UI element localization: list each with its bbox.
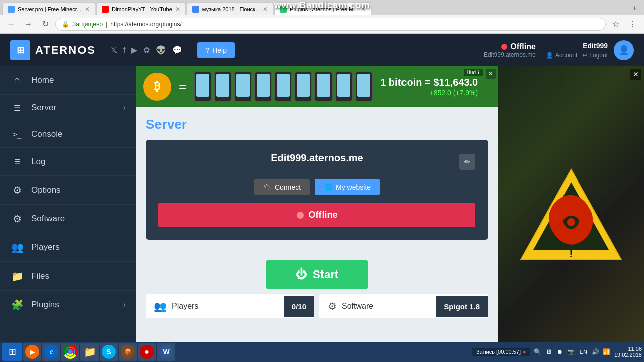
connect-button[interactable]: 🔌 Connect <box>254 179 310 195</box>
logo-area: ⊞ ATERNOS <box>10 40 96 60</box>
youtube-icon[interactable]: ▶ <box>131 45 137 55</box>
ad-close-button[interactable]: ✕ <box>486 69 496 79</box>
start-button[interactable]: ⏻ Start <box>266 260 368 289</box>
edit-server-button[interactable]: ✏ <box>459 154 475 170</box>
address-bar[interactable]: 🔒 Защищено | https://aternos.org/plugins… <box>55 18 606 31</box>
forward-button[interactable]: → <box>21 17 35 31</box>
sidebar-item-software[interactable]: ⚙ Software <box>0 205 136 233</box>
account-link[interactable]: 👤 Account <box>546 52 577 59</box>
back-button[interactable]: ← <box>4 17 18 31</box>
monitor-tray-icon[interactable]: 🖥 <box>544 348 553 355</box>
reddit-icon[interactable]: 👽 <box>156 45 166 55</box>
logout-link[interactable]: ↩ Logout <box>582 52 608 59</box>
twitter-icon[interactable]: 𝕏 <box>111 45 117 55</box>
taskbar-right: Запись [00:00:57] ● 🔍 🖥 ⏺ 📷 EN 🔊 📶 11:08… <box>472 346 642 358</box>
taskbar-app-media[interactable]: ▶ <box>23 343 41 361</box>
tab-icon-1 <box>8 6 15 13</box>
chat-icon[interactable]: 💬 <box>172 45 182 55</box>
phone-icon-2 <box>214 71 232 102</box>
radiation-background: ! <box>498 66 644 362</box>
phones-row <box>194 71 373 102</box>
record-tray-icon[interactable]: ⏺ <box>555 348 565 355</box>
menu-button[interactable]: ⋮ <box>626 17 640 31</box>
phone-icon-1 <box>194 71 212 102</box>
browser-tab-2[interactable]: DimonPlayYT - YouTube ✕ <box>96 2 186 15</box>
sidebar-label-files: Files <box>31 271 126 281</box>
tab-close-4[interactable]: ✕ <box>361 6 366 13</box>
volume-tray-icon[interactable]: 🔊 <box>591 348 600 355</box>
social-icons: 𝕏 f ▶ ✿ 👽 💬 <box>111 45 182 55</box>
browser-tab-3[interactable]: музыка 2018 - Поиск... ✕ <box>187 2 273 15</box>
start-btn-container: ⏻ Start <box>146 250 488 294</box>
plugins-arrow-icon: › <box>123 300 126 309</box>
sidebar-item-home[interactable]: ⌂ Home <box>0 66 136 95</box>
software-icon: ⚙ <box>10 213 24 225</box>
players-stat-card[interactable]: 👥 Players 0/10 <box>146 294 314 318</box>
hud-label: Hud <box>467 70 476 75</box>
taskbar-app-word[interactable]: W <box>157 343 175 361</box>
right-ad-close-button[interactable]: ✕ <box>630 69 641 80</box>
logo-icon: ⊞ <box>10 40 30 60</box>
website-button[interactable]: 🌐 My website <box>315 179 380 195</box>
clock-date: 19.02.2018 <box>614 352 642 358</box>
software-stat-label: Software <box>342 302 373 311</box>
secure-label: Защищено <box>72 21 103 28</box>
help-button[interactable]: ? Help <box>197 42 235 58</box>
phone-icon-5 <box>274 71 292 102</box>
ad-banner: ₿ = 1 bitcoin = $11,643.0 <box>136 66 498 107</box>
network-tray-icon[interactable]: 📶 <box>602 348 611 355</box>
sidebar-item-console[interactable]: >_ Console <box>0 121 136 148</box>
tab-icon-3 <box>192 6 199 13</box>
software-stat-card[interactable]: ⚙ Software Spigot 1.8 <box>319 294 488 318</box>
media-icon: ▶ <box>25 345 39 359</box>
sidebar-label-server: Server <box>31 103 116 113</box>
logout-label: Logout <box>589 52 608 59</box>
sidebar-item-files[interactable]: 📁 Files <box>0 262 136 291</box>
equals-sign: = <box>179 79 186 95</box>
new-tab-button[interactable]: + <box>628 1 642 15</box>
search-tray-icon[interactable]: 🔍 <box>533 348 542 355</box>
tray-icons: 🔍 🖥 ⏺ 📷 EN 🔊 📶 <box>533 348 611 355</box>
browser-chrome: Server.pro | Free Minecr... ✕ DimonPlayY… <box>0 0 644 34</box>
reload-button[interactable]: ↻ <box>38 17 52 31</box>
sidebar-item-server[interactable]: ☰ Server › <box>0 95 136 121</box>
facebook-icon[interactable]: f <box>123 46 125 55</box>
tab-close-2[interactable]: ✕ <box>175 6 180 13</box>
taskbar-app-skype[interactable]: S <box>100 343 118 361</box>
browser-tab-1[interactable]: Server.pro | Free Minecr... ✕ <box>2 2 95 15</box>
server-icon: ☰ <box>10 103 24 113</box>
taskbar-app-red[interactable]: ● <box>138 343 156 361</box>
start-menu-button[interactable]: ⊞ <box>2 343 22 361</box>
radiation-sign: ! <box>516 164 626 265</box>
camera-tray-icon[interactable]: 📷 <box>567 348 576 355</box>
recording-label: Запись [00:00:57] <box>476 349 521 355</box>
taskbar-app-chrome[interactable] <box>61 343 79 361</box>
console-icon: >_ <box>10 130 24 138</box>
options-icon: ⚙ <box>10 184 24 196</box>
bookmark-button[interactable]: ☆ <box>609 17 623 31</box>
connect-icon: 🔌 <box>263 183 272 191</box>
username: Edit999 <box>583 42 608 50</box>
server-status-badge: Offline Edit999.aternos.me <box>484 42 536 58</box>
sidebar-item-plugins[interactable]: 🧩 Plugins › <box>0 291 136 319</box>
sidebar-item-options[interactable]: ⚙ Options <box>0 176 136 205</box>
sidebar-item-players[interactable]: 👥 Players <box>0 233 136 262</box>
browser-tab-4[interactable]: Plugins | Aternos | Free M... ✕ <box>274 2 371 15</box>
red-app-icon: ● <box>140 345 154 359</box>
sidebar-item-log[interactable]: ≡ Log <box>0 148 136 176</box>
status-dot-icon <box>501 44 507 50</box>
taskbar-app-winrar[interactable]: 📦 <box>119 343 137 361</box>
ad-inner: ₿ = 1 bitcoin = $11,643.0 <box>143 71 491 102</box>
instagram-icon[interactable]: ✿ <box>143 45 150 55</box>
tab-close-3[interactable]: ✕ <box>263 6 268 13</box>
taskbar-app-ie[interactable]: e <box>42 343 60 361</box>
url-display: https://aternos.org/plugins/ <box>110 21 181 28</box>
taskbar-app-folder[interactable]: 📁 <box>80 343 99 361</box>
avatar: 👤 <box>614 40 634 60</box>
files-icon: 📁 <box>10 270 24 282</box>
server-arrow-icon: › <box>123 103 126 112</box>
bitcoin-value: 1 bitcoin = $11,643.0 +852.0 (+7.9%) <box>380 77 478 97</box>
tab-close-1[interactable]: ✕ <box>85 6 90 13</box>
software-stat-left: ⚙ Software <box>319 294 436 318</box>
browser-tabs: Server.pro | Free Minecr... ✕ DimonPlayY… <box>0 0 644 15</box>
